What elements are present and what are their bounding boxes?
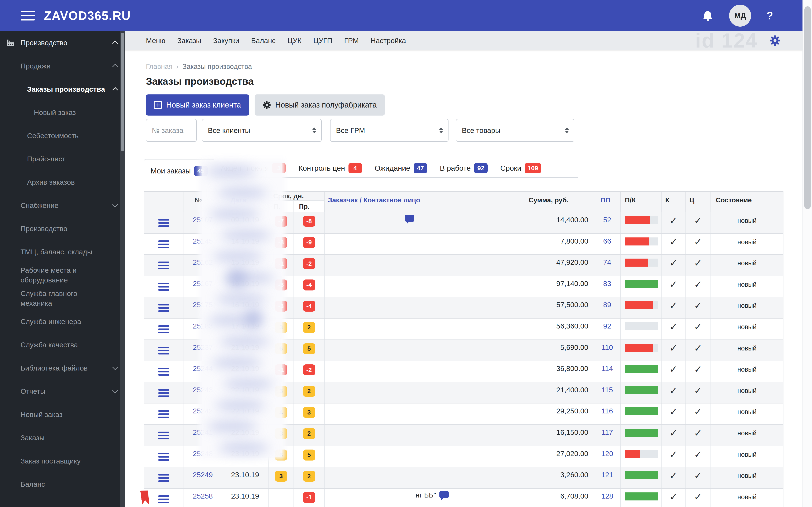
pp-link[interactable]: 115 <box>594 382 621 403</box>
pp-link[interactable]: 83 <box>594 276 621 297</box>
sidebar-item-рабочие-места-и-оборудование[interactable]: Рабочие места и оборудование <box>0 264 125 287</box>
order-number-link[interactable]: 25241 <box>184 425 222 446</box>
pp-link[interactable]: 121 <box>594 467 621 488</box>
settings-gear-icon[interactable] <box>769 35 781 46</box>
user-avatar[interactable]: МД <box>729 5 751 26</box>
tab-сроки[interactable]: Сроки109 <box>494 159 548 177</box>
menu-item-1[interactable]: Меню <box>146 37 165 45</box>
sidebar-item-служба-главного-механика[interactable]: Служба главного механика <box>0 287 125 310</box>
pp-link[interactable]: 92 <box>594 319 621 339</box>
order-number-link[interactable]: 25107 <box>184 212 222 233</box>
sidebar-item-себестоимость[interactable]: Себестоимость <box>0 124 125 147</box>
menu-item-6[interactable]: ЦУГП <box>313 37 333 45</box>
pp-link[interactable]: 128 <box>594 489 621 507</box>
sidebar-item-служба-инженера[interactable]: Служба инженера <box>0 310 125 333</box>
row-menu-icon[interactable] <box>158 262 169 269</box>
hamburger-menu-icon[interactable] <box>21 11 35 20</box>
row-menu-icon[interactable] <box>158 219 169 227</box>
order-number-link[interactable]: 25237 <box>184 340 222 361</box>
sidebar-item-служба-качества[interactable]: Служба качества <box>0 333 125 356</box>
pp-link[interactable]: 116 <box>594 403 621 425</box>
col-date[interactable]: Дата <box>222 191 268 212</box>
pp-link[interactable]: 110 <box>594 340 621 361</box>
chat-bubble-icon[interactable] <box>440 491 449 498</box>
sidebar-item-тмц-баланс-склады[interactable]: ТМЦ, баланс, склады <box>0 240 125 264</box>
new-client-order-button[interactable]: Новый заказ клиента <box>146 95 249 116</box>
pp-link[interactable]: 114 <box>594 361 621 382</box>
order-number-link[interactable]: 25183 <box>184 319 222 339</box>
col-sum[interactable]: Сумма, руб. <box>522 191 594 212</box>
menu-item-2[interactable]: Заказы <box>177 37 201 45</box>
sidebar-item-заказы[interactable]: Заказы <box>0 426 125 449</box>
breadcrumb-home-link[interactable]: Главная <box>146 62 172 70</box>
menu-item-3[interactable]: Закупки <box>213 37 239 45</box>
pp-link[interactable]: 120 <box>594 446 621 467</box>
order-number-link[interactable]: 25243 <box>184 382 222 403</box>
col-number[interactable]: № <box>184 191 222 212</box>
menu-item-4[interactable]: Баланс <box>251 37 276 45</box>
row-menu-icon[interactable] <box>158 347 169 354</box>
tab-акцепт-пок-ля[interactable]: Акцепт пок-ля3 <box>214 159 292 177</box>
products-filter-select[interactable]: Все товары <box>456 119 574 142</box>
grm-filter-select[interactable]: Все ГРМ <box>330 119 449 142</box>
sidebar-item-новый-заказ[interactable]: Новый заказ <box>0 101 125 124</box>
sidebar-item-новый-заказ[interactable]: Новый заказ <box>0 403 125 426</box>
sidebar-scrollbar-thumb[interactable] <box>121 33 124 151</box>
app-logo[interactable]: ZAVOD365.RU <box>44 9 131 22</box>
sidebar-item-заказы-производства[interactable]: Заказы производства <box>0 77 125 101</box>
order-number-input[interactable] <box>146 119 197 142</box>
tab-контроль-цен[interactable]: Контроль цен4 <box>292 159 368 177</box>
order-number-link[interactable]: 25242 <box>184 403 222 425</box>
row-menu-icon[interactable] <box>158 283 169 291</box>
sidebar-item-производство[interactable]: Производство <box>0 31 125 54</box>
row-menu-icon[interactable] <box>158 240 169 248</box>
sidebar-item-прайс-лист[interactable]: Прайс-лист <box>0 147 125 170</box>
help-button[interactable]: ? <box>766 9 773 22</box>
order-number-link[interactable]: 25248 <box>184 446 222 467</box>
menu-item-8[interactable]: Настройка <box>370 37 406 45</box>
order-number-link[interactable]: 25244 <box>184 361 222 382</box>
row-menu-icon[interactable] <box>158 389 169 397</box>
tab-ожидание[interactable]: Ожидание47 <box>368 159 434 177</box>
new-semifinished-order-button[interactable]: Новый заказ полуфабриката <box>255 95 385 116</box>
row-menu-icon[interactable] <box>158 368 169 376</box>
order-number-link[interactable]: 25249 <box>184 467 222 488</box>
row-menu-icon[interactable] <box>158 495 169 503</box>
order-number-link[interactable]: 25167 <box>184 276 222 297</box>
pp-link[interactable]: 66 <box>594 234 621 255</box>
sidebar-item-продажи[interactable]: Продажи <box>0 54 125 77</box>
notifications-bell-icon[interactable] <box>702 9 714 22</box>
sidebar-scrollbar[interactable] <box>120 31 125 507</box>
order-number-link[interactable]: 25258 <box>184 489 222 507</box>
page-scrollbar[interactable] <box>803 0 812 507</box>
sidebar-item-снабжение[interactable]: Снабжение <box>0 194 125 217</box>
menu-item-5[interactable]: ЦУК <box>287 37 302 45</box>
chat-bubble-icon[interactable] <box>405 215 414 222</box>
order-number-link[interactable]: 25145 <box>184 234 222 255</box>
col-pp[interactable]: ПП <box>594 191 621 212</box>
sidebar-item-заказ-поставщику[interactable]: Заказ поставщику <box>0 449 125 472</box>
row-menu-icon[interactable] <box>158 410 169 418</box>
row-menu-icon[interactable] <box>158 453 169 461</box>
page-scrollbar-thumb[interactable] <box>804 6 811 209</box>
order-number-link[interactable]: 25162 <box>184 255 222 276</box>
sidebar-item-производство[interactable]: Производство <box>0 217 125 240</box>
pp-link[interactable]: 74 <box>594 255 621 276</box>
pp-link[interactable]: 52 <box>594 212 621 233</box>
menu-item-7[interactable]: ГРМ <box>344 37 359 45</box>
tab-мои-заказы[interactable]: Мои заказы45 <box>144 159 214 182</box>
row-menu-icon[interactable] <box>158 474 169 482</box>
clients-filter-select[interactable]: Все клиенты <box>202 119 322 142</box>
sidebar-item-архив-заказов[interactable]: Архив заказов <box>0 170 125 194</box>
tab-в-работе[interactable]: В работе92 <box>434 159 494 177</box>
sidebar-item-баланс[interactable]: Баланс <box>0 472 125 496</box>
pp-link[interactable]: 117 <box>594 425 621 446</box>
order-number-link[interactable]: 25175 <box>184 297 222 318</box>
pp-link[interactable]: 89 <box>594 297 621 318</box>
sidebar-item-отчеты[interactable]: Отчеты <box>0 380 125 403</box>
row-menu-icon[interactable] <box>158 432 169 439</box>
sidebar-item-библиотека-файлов[interactable]: Библиотека файлов <box>0 356 125 380</box>
row-menu-icon[interactable] <box>158 325 169 333</box>
col-customer[interactable]: Заказчик / Контактное лицо <box>324 191 522 212</box>
row-menu-icon[interactable] <box>158 304 169 312</box>
